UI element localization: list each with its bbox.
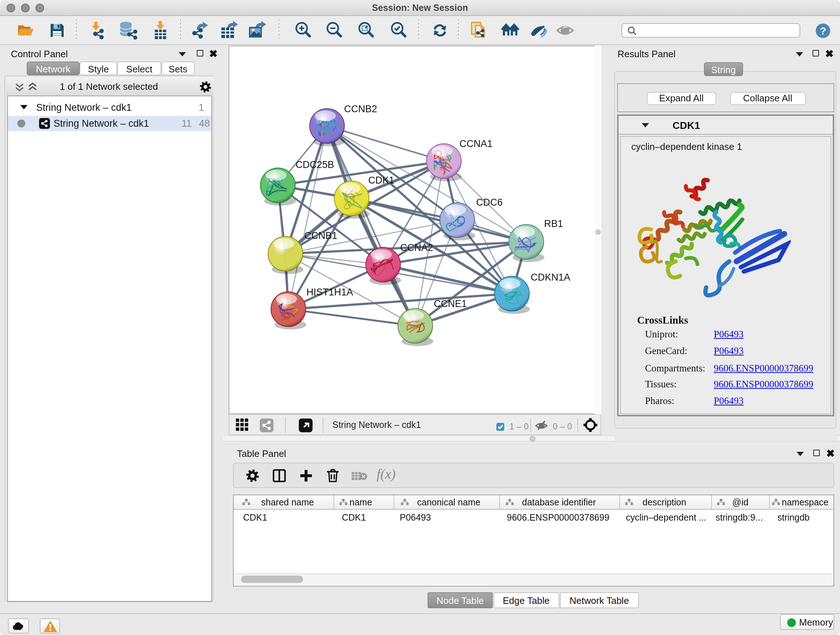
svg-text:CDC25B: CDC25B	[295, 159, 334, 170]
svg-text:CCNA1: CCNA1	[459, 138, 493, 149]
svg-text:HIST1H1A: HIST1H1A	[306, 287, 353, 298]
svg-text:CCNE1: CCNE1	[433, 298, 467, 309]
svg-text:?: ?	[820, 25, 826, 36]
svg-text:RB1: RB1	[544, 218, 563, 229]
svg-text:CCNB1: CCNB1	[304, 230, 337, 241]
svg-text:CCNA2: CCNA2	[400, 242, 433, 253]
svg-text:CDC6: CDC6	[476, 197, 502, 208]
svg-text:CCNB2: CCNB2	[344, 103, 377, 114]
svg-text:CDKN1A: CDKN1A	[531, 272, 570, 283]
svg-text:CDK1: CDK1	[368, 175, 394, 186]
